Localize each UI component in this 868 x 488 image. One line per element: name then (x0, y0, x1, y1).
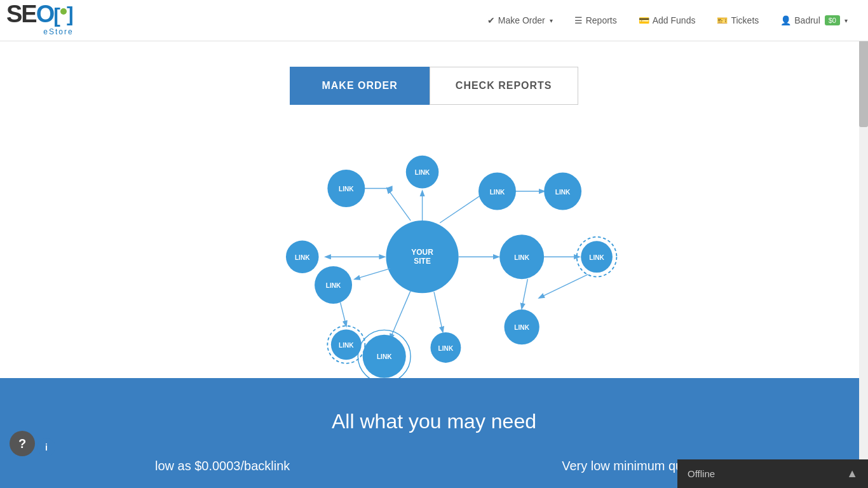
logo-text: SEO[ (6, 2, 59, 26)
svg-text:LINK: LINK (514, 324, 529, 331)
svg-line-30 (522, 279, 527, 308)
nav-reports[interactable]: ☰ Reports (567, 12, 625, 29)
info-button[interactable]: i (37, 438, 55, 456)
scrollbar[interactable] (859, 0, 868, 488)
blue-section-title: All what you may need (25, 410, 843, 433)
nav-add-funds[interactable]: 💳 Add Funds (631, 12, 703, 29)
svg-text:LINK: LINK (339, 342, 354, 349)
floating-help: ? i (10, 431, 55, 456)
nav-make-order[interactable]: ✔ Make Order ▾ (480, 12, 560, 29)
offline-chat-bar[interactable]: Offline ▲ (677, 459, 868, 488)
dropdown-arrow-icon: ▾ (550, 17, 553, 24)
svg-text:LINK: LINK (326, 282, 341, 289)
svg-text:LINK: LINK (490, 189, 505, 196)
reports-icon: ☰ (574, 15, 583, 25)
offline-label: Offline (688, 468, 715, 479)
svg-text:LINK: LINK (415, 169, 430, 176)
nav-tickets[interactable]: 🎫 Tickets (709, 12, 766, 29)
svg-text:LINK: LINK (514, 254, 529, 261)
blue-card-1: low as $0.0003/backlink (155, 459, 290, 473)
logo-dot (60, 8, 67, 15)
make-order-button[interactable]: MAKE ORDER (290, 67, 429, 105)
tickets-icon: 🎫 (717, 15, 728, 25)
link-diagram: YOUR SITE LINK LINK LINK LINK (212, 124, 656, 378)
svg-text:LINK: LINK (438, 345, 454, 352)
order-icon: ✔ (487, 15, 495, 25)
check-reports-button[interactable]: CHECK REPORTS (430, 67, 578, 105)
svg-line-8 (355, 269, 390, 280)
help-button[interactable]: ? (10, 431, 35, 456)
svg-text:LINK: LINK (339, 186, 354, 193)
svg-line-11 (341, 302, 346, 326)
svg-line-26 (539, 274, 588, 298)
diagram-svg: YOUR SITE LINK LINK LINK LINK (212, 124, 656, 378)
hero-buttons: MAKE ORDER CHECK REPORTS (290, 67, 578, 105)
user-icon: 👤 (780, 15, 791, 25)
user-dropdown-arrow-icon: ▾ (844, 17, 848, 24)
logo: SEO[ ] eStore (6, 2, 74, 39)
logo-sub: eStore (43, 27, 73, 39)
navbar: SEO[ ] eStore ✔ Make Order ▾ ☰ Reports 💳… (0, 0, 868, 41)
svg-line-19 (434, 292, 443, 332)
offline-expand-icon[interactable]: ▲ (846, 467, 858, 480)
svg-text:LINK: LINK (589, 254, 604, 261)
nav-user[interactable]: 👤 Badrul $0 ▾ (773, 12, 855, 29)
svg-text:SITE: SITE (414, 257, 431, 266)
balance-badge: $0 (825, 15, 840, 25)
feature1-text: low as $0.0003/backlink (155, 459, 290, 473)
svg-text:LINK: LINK (555, 189, 571, 196)
add-funds-icon: 💳 (639, 15, 649, 25)
svg-text:LINK: LINK (377, 353, 392, 360)
svg-text:LINK: LINK (295, 254, 310, 261)
svg-line-1 (387, 188, 410, 220)
nav-links: ✔ Make Order ▾ ☰ Reports 💳 Add Funds 🎫 T… (480, 12, 855, 29)
hero-section: MAKE ORDER CHECK REPORTS YOUR SITE LINK (0, 41, 868, 378)
center-label: YOUR (411, 248, 433, 257)
